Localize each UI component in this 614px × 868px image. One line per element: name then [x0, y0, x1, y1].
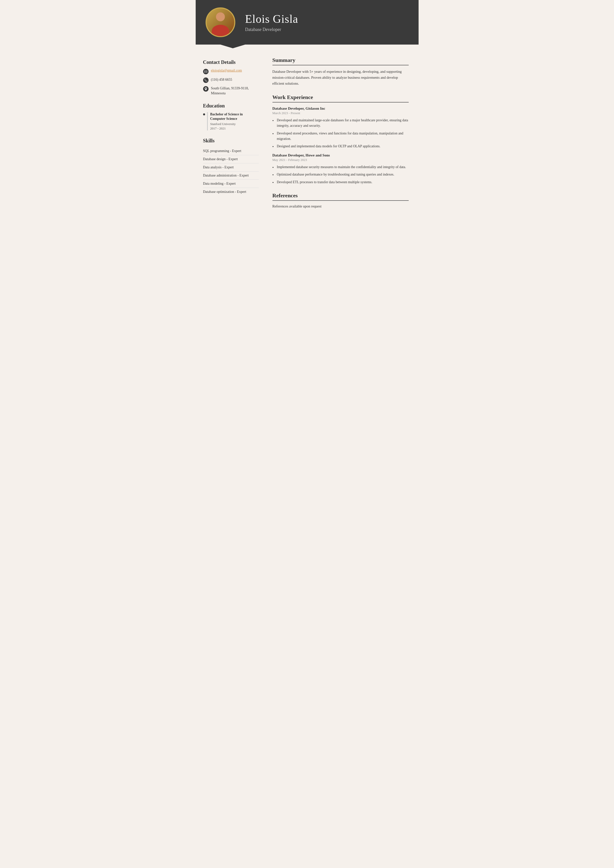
skill-item: Data analysis - Expert — [203, 163, 259, 172]
skill-item: Database optimization - Expert — [203, 188, 259, 196]
header-chevron-decoration — [196, 37, 270, 52]
summary-section: Summary Database Developer with 5+ years… — [272, 57, 409, 87]
header-section: Elois Gisla Database Developer — [196, 0, 418, 45]
summary-section-title: Summary — [272, 57, 409, 65]
references-section: References References available upon req… — [272, 192, 409, 208]
candidate-name: Elois Gisla — [245, 12, 298, 25]
phone-icon — [203, 78, 208, 83]
work-experience-section: Work Experience Database Developer, Gisl… — [272, 94, 409, 185]
job-bullets-2: Implemented database security measures t… — [272, 164, 409, 185]
main-content: Summary Database Developer with 5+ years… — [265, 47, 418, 223]
references-text: References available upon request — [272, 204, 409, 208]
contact-address-item: South Gillian, 91339-9118, Minnesota — [203, 86, 259, 96]
location-icon — [203, 86, 208, 91]
header-text-block: Elois Gisla Database Developer — [245, 12, 298, 32]
job-bullet-item: Developed ETL processes to transfer data… — [272, 180, 409, 185]
education-years: 2017 - 2021 — [210, 127, 259, 130]
phone-icon-svg — [204, 79, 207, 82]
job-date-2: May 2021 - February 2023 — [272, 158, 409, 162]
resume-document: Elois Gisla Database Developer Contact D… — [196, 0, 418, 315]
job-title-1: Database Developer, Gislason Inc — [272, 107, 409, 111]
education-item: Bachelor of Science in Computer Science … — [203, 112, 259, 130]
contact-phone-item: (116) 458 6655 — [203, 77, 259, 83]
education-degree: Bachelor of Science in Computer Science — [210, 112, 259, 121]
job-bullet-item: Designed and implemented data models for… — [272, 144, 409, 149]
address-value: South Gillian, 91339-9118, Minnesota — [211, 86, 259, 96]
avatar — [205, 8, 235, 37]
email-value[interactable]: eloisgisla@gmail.com — [211, 68, 242, 73]
body-layout: Contact Details eloisgisla@gmail.com — [196, 45, 418, 223]
contact-section-title: Contact Details — [203, 59, 259, 65]
job-bullet-item: Developed and maintained large-scale dat… — [272, 118, 409, 129]
contact-email-item: eloisgisla@gmail.com — [203, 68, 259, 74]
skill-item: Database administration - Expert — [203, 172, 259, 180]
location-icon-svg — [204, 87, 207, 90]
job-bullet-item: Optimized database performance by troubl… — [272, 172, 409, 177]
job-bullet-item: Implemented database security measures t… — [272, 164, 409, 170]
job-bullet-item: Developed stored procedures, views and f… — [272, 131, 409, 142]
work-experience-title: Work Experience — [272, 94, 409, 102]
skills-section-title: Skills — [203, 138, 259, 144]
job-title-2: Database Developer, Howe and Sons — [272, 153, 409, 158]
skill-item: SQL programming - Expert — [203, 147, 259, 155]
email-icon-svg — [204, 70, 207, 73]
phone-value: (116) 458 6655 — [211, 77, 232, 82]
education-school: Stanford University — [210, 122, 259, 126]
sidebar: Contact Details eloisgisla@gmail.com — [196, 47, 265, 223]
job-date-1: March 2023 - Present — [272, 111, 409, 115]
email-icon — [203, 69, 208, 74]
avatar-image — [207, 8, 234, 37]
candidate-title: Database Developer — [245, 27, 298, 32]
job-bullets-1: Developed and maintained large-scale dat… — [272, 118, 409, 149]
contact-section: Contact Details eloisgisla@gmail.com — [203, 59, 259, 96]
references-section-title: References — [272, 192, 409, 201]
summary-text: Database Developer with 5+ years of expe… — [272, 69, 409, 87]
skill-item: Data modeling - Expert — [203, 180, 259, 188]
skill-item: Database design - Expert — [203, 155, 259, 163]
education-section: Education Bachelor of Science in Compute… — [203, 103, 259, 130]
education-section-title: Education — [203, 103, 259, 108]
education-content: Bachelor of Science in Computer Science … — [207, 112, 259, 130]
skills-section: Skills SQL programming - Expert Database… — [203, 138, 259, 196]
education-bullet — [203, 113, 205, 115]
